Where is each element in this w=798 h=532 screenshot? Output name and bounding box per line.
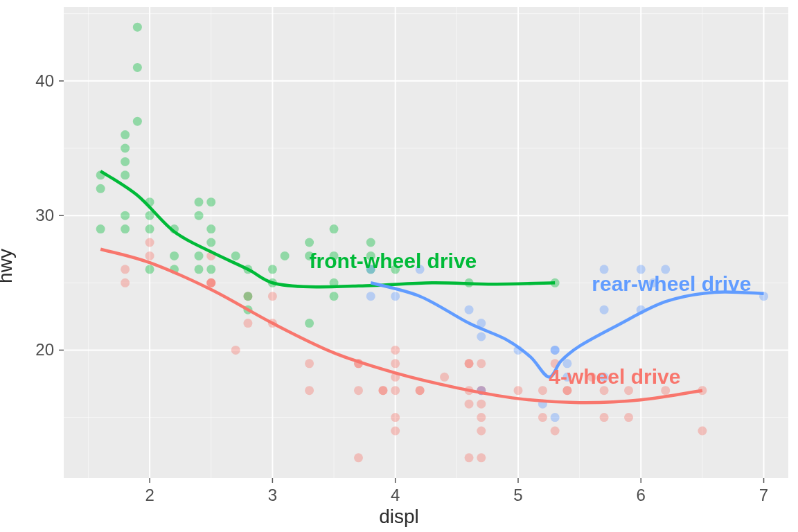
data-point (231, 346, 240, 355)
data-point (391, 386, 400, 395)
data-point (268, 265, 277, 274)
data-point (354, 453, 363, 462)
data-point (600, 413, 609, 422)
series-label: rear-wheel drive (592, 272, 751, 295)
data-point (121, 157, 130, 166)
data-point (243, 319, 252, 328)
data-point (391, 359, 400, 368)
data-point (121, 224, 130, 233)
data-point (195, 265, 204, 274)
data-point (305, 359, 314, 368)
data-point (391, 346, 400, 355)
y-tick-label: 40 (35, 71, 54, 90)
series-label: 4-wheel drive (549, 365, 680, 388)
data-point (243, 292, 252, 301)
data-point (206, 238, 215, 247)
plot-panel (64, 7, 788, 478)
data-point (624, 413, 633, 422)
data-point (96, 224, 105, 233)
y-tick-label: 30 (35, 206, 54, 224)
data-point (195, 211, 204, 220)
data-point (206, 265, 215, 274)
data-point (305, 238, 314, 247)
data-point (538, 386, 547, 395)
x-tick-label: 7 (759, 486, 768, 504)
x-axis-label: displ (379, 506, 419, 528)
data-point (206, 197, 215, 206)
data-point (391, 413, 400, 422)
x-tick-label: 3 (268, 486, 277, 504)
data-point (465, 359, 474, 368)
chart: hwy displ 2345672030404-wheel drivefront… (0, 0, 798, 532)
data-point (96, 184, 105, 193)
data-point (513, 386, 522, 395)
data-point (121, 144, 130, 153)
data-point (145, 265, 154, 274)
data-point (121, 278, 130, 287)
data-point (551, 346, 560, 355)
data-point (206, 278, 215, 287)
data-point (206, 224, 215, 233)
chart-svg: 2345672030404-wheel drivefront-wheel dri… (0, 0, 798, 532)
data-point (121, 170, 130, 179)
data-point (268, 292, 277, 301)
data-point (354, 386, 363, 395)
data-point (600, 305, 609, 314)
data-point (551, 427, 560, 436)
data-point (477, 427, 486, 436)
y-axis-label: hwy (0, 249, 17, 283)
data-point (145, 238, 154, 247)
data-point (133, 63, 142, 72)
data-point (133, 23, 142, 32)
data-point (551, 413, 560, 422)
data-point (366, 292, 375, 301)
x-tick-label: 2 (145, 486, 154, 504)
data-point (477, 453, 486, 462)
data-point (195, 197, 204, 206)
data-point (477, 413, 486, 422)
data-point (477, 400, 486, 409)
data-point (121, 265, 130, 274)
data-point (305, 386, 314, 395)
x-tick-label: 5 (513, 486, 522, 504)
data-point (477, 359, 486, 368)
data-point (465, 453, 474, 462)
data-point (330, 224, 339, 233)
data-point (391, 427, 400, 436)
x-tick-label: 6 (637, 486, 646, 504)
data-point (170, 251, 179, 260)
data-point (477, 332, 486, 342)
data-point (698, 427, 707, 436)
data-point (281, 251, 290, 260)
data-point (231, 251, 240, 260)
data-point (195, 251, 204, 260)
data-point (133, 117, 142, 126)
data-point (330, 292, 339, 301)
data-point (465, 305, 474, 314)
data-point (416, 386, 425, 395)
data-point (366, 238, 375, 247)
x-tick-label: 4 (391, 486, 400, 504)
y-tick-label: 20 (35, 340, 54, 359)
data-point (305, 319, 314, 328)
data-point (145, 224, 154, 233)
data-point (440, 373, 449, 382)
data-point (121, 211, 130, 220)
data-point (121, 130, 130, 139)
data-point (145, 251, 154, 260)
data-point (538, 413, 547, 422)
data-point (378, 386, 387, 395)
data-point (465, 400, 474, 409)
series-label: front-wheel drive (310, 249, 477, 272)
data-point (391, 292, 400, 301)
